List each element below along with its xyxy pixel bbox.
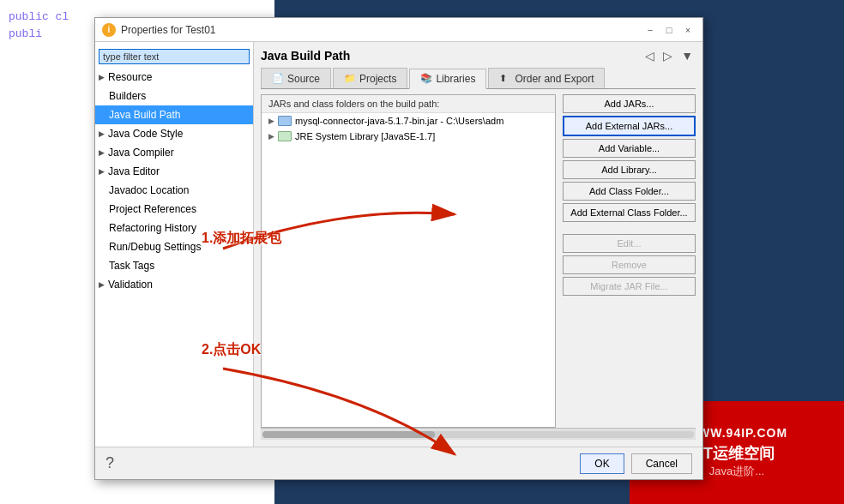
sidebar-item-java-compiler[interactable]: ▶Java Compiler xyxy=(95,143,253,162)
sidebar-item-task-tags[interactable]: Task Tags xyxy=(95,256,253,275)
ok-button[interactable]: OK xyxy=(580,453,624,474)
file-icon-jre-system xyxy=(278,131,292,141)
close-button[interactable]: × xyxy=(680,22,696,38)
sidebar-items: ▶ResourceBuildersJava Build Path▶Java Co… xyxy=(95,68,253,294)
file-list-header: JARs and class folders on the build path… xyxy=(262,95,555,113)
tab-icon-order-export: ⬆ xyxy=(499,73,511,85)
add-external-jars-button[interactable]: Add External JARs... xyxy=(563,116,696,136)
migrate-jar-button: Migrate JAR File... xyxy=(563,277,696,296)
sidebar-item-java-build-path[interactable]: Java Build Path xyxy=(95,105,253,124)
sidebar-item-resource[interactable]: ▶Resource xyxy=(95,68,253,87)
dialog-icon: i xyxy=(102,23,116,37)
tab-icon-projects: 📁 xyxy=(344,73,356,85)
sidebar-item-builders[interactable]: Builders xyxy=(95,87,253,105)
tab-icon-source: 📄 xyxy=(272,73,284,85)
panel-header: Java Build Path ◁ ▷ ▼ xyxy=(261,49,696,63)
cancel-button[interactable]: Cancel xyxy=(631,453,692,474)
tab-icon-libraries: 📚 xyxy=(420,73,432,85)
add-jars-button[interactable]: Add JARs... xyxy=(563,94,696,113)
dialog-title: Properties for Test01 xyxy=(121,24,642,36)
watermark-sub: Java进阶... xyxy=(709,464,764,479)
panel-title: Java Build Path xyxy=(261,49,350,63)
file-items: ▶mysql-connector-java-5.1.7-bin.jar - C:… xyxy=(262,113,555,144)
tab-source[interactable]: 📄Source xyxy=(261,68,331,88)
properties-dialog: i Properties for Test01 − □ × ▶ResourceB… xyxy=(94,17,703,480)
file-item-mysql-connector[interactable]: ▶mysql-connector-java-5.1.7-bin.jar - C:… xyxy=(262,113,555,129)
scroll-track[interactable] xyxy=(262,431,694,438)
title-bar: i Properties for Test01 − □ × xyxy=(95,18,702,42)
code-line-1: public cl xyxy=(9,10,69,23)
code-line-2: publi xyxy=(9,27,42,40)
help-button[interactable]: ? xyxy=(106,454,573,472)
sidebar-item-javadoc-location[interactable]: Javadoc Location xyxy=(95,181,253,200)
tab-order-export[interactable]: ⬆Order and Export xyxy=(488,68,605,88)
tab-libraries[interactable]: 📚Libraries xyxy=(409,69,486,89)
horizontal-scrollbar[interactable] xyxy=(261,428,696,440)
add-library-button[interactable]: Add Library... xyxy=(563,160,696,179)
right-panel: Java Build Path ◁ ▷ ▼ 📄Source📁Projects📚L… xyxy=(254,42,702,447)
dialog-body: ▶ResourceBuildersJava Build Path▶Java Co… xyxy=(95,42,702,447)
nav-forward-button[interactable]: ▷ xyxy=(660,49,675,63)
buttons-panel: Add JARs...Add External JARs...Add Varia… xyxy=(563,94,696,428)
content-area: JARs and class folders on the build path… xyxy=(261,94,696,428)
file-list-panel[interactable]: JARs and class folders on the build path… xyxy=(261,94,556,428)
sidebar-item-validation[interactable]: ▶Validation xyxy=(95,275,253,294)
nav-menu-button[interactable]: ▼ xyxy=(678,49,696,63)
add-class-folder-button[interactable]: Add Class Folder... xyxy=(563,182,696,201)
panel-nav: ◁ ▷ ▼ xyxy=(642,49,696,63)
file-item-jre-system[interactable]: ▶JRE System Library [JavaSE-1.7] xyxy=(262,129,555,144)
remove-button: Remove xyxy=(563,255,696,274)
sidebar-item-project-references[interactable]: Project References xyxy=(95,200,253,219)
dialog-footer: ? OK Cancel xyxy=(95,447,702,479)
nav-back-button[interactable]: ◁ xyxy=(642,49,657,63)
minimize-button[interactable]: − xyxy=(642,22,658,38)
sidebar-item-run-debug-settings[interactable]: Run/Debug Settings xyxy=(95,237,253,256)
sidebar: ▶ResourceBuildersJava Build Path▶Java Co… xyxy=(95,42,254,447)
sidebar-item-java-code-style[interactable]: ▶Java Code Style xyxy=(95,124,253,143)
sidebar-item-refactoring-history[interactable]: Refactoring History xyxy=(95,219,253,237)
tabs: 📄Source📁Projects📚Libraries⬆Order and Exp… xyxy=(261,68,696,89)
add-external-class-folder-button[interactable]: Add External Class Folder... xyxy=(563,203,696,222)
window-controls: − □ × xyxy=(642,22,696,38)
file-icon-mysql-connector xyxy=(278,116,292,126)
add-variable-button[interactable]: Add Variable... xyxy=(563,139,696,158)
watermark-title: IT运维空间 xyxy=(699,443,775,464)
scroll-thumb[interactable] xyxy=(262,431,435,438)
tab-projects[interactable]: 📁Projects xyxy=(333,68,407,88)
edit-button: Edit... xyxy=(563,234,696,253)
maximize-button[interactable]: □ xyxy=(661,22,677,38)
sidebar-item-java-editor[interactable]: ▶Java Editor xyxy=(95,162,253,181)
filter-input[interactable] xyxy=(99,49,250,64)
